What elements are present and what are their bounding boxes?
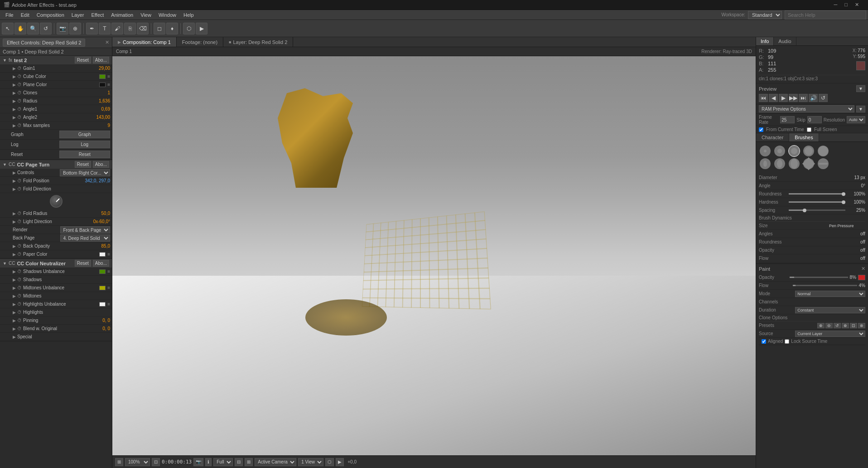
search-input[interactable] — [785, 10, 866, 20]
cube-color-swatch[interactable] — [99, 74, 106, 79]
direction-dial[interactable] — [50, 195, 63, 208]
paper-color-swatch[interactable] — [99, 252, 106, 257]
menu-effect[interactable]: Effect — [87, 11, 107, 19]
tool-text[interactable]: T — [99, 23, 111, 34]
brush-dot-10[interactable] — [818, 158, 829, 169]
character-tab[interactable]: Character — [756, 133, 789, 141]
workspace-select[interactable]: Standard — [748, 11, 782, 19]
tool-select[interactable]: ↖ — [2, 23, 14, 34]
menu-composition[interactable]: Composition — [33, 11, 68, 19]
vp-3d-btn[interactable]: ⬡ — [325, 458, 334, 466]
paint-duration-select[interactable]: Constant — [795, 307, 865, 313]
back-page-select[interactable]: 4. Deep Red Solid — [60, 234, 111, 242]
ram-preview-select[interactable]: RAM Preview Options — [759, 105, 854, 112]
brush-dot-6[interactable] — [760, 158, 771, 169]
paint-mode-select[interactable]: Normal — [795, 291, 865, 297]
aligned-checkbox[interactable] — [762, 339, 766, 344]
controls-select[interactable]: Bottom Right Cor... — [60, 169, 110, 176]
brush-dot-4[interactable] — [803, 146, 814, 156]
maximize-btn[interactable]: □ — [843, 2, 849, 8]
effect-test2-header[interactable]: ▼ fx test 2 Reset Abo... — [0, 56, 112, 64]
audio-btn[interactable]: 🔊 — [809, 94, 818, 102]
next-frame-btn[interactable]: ▶▶ — [789, 94, 798, 102]
menu-help[interactable]: Help — [180, 11, 198, 19]
preset-btn3[interactable]: ↺ — [834, 323, 841, 328]
tool-camera[interactable]: 📷 — [57, 23, 68, 34]
tool-brush[interactable]: 🖌 — [111, 23, 123, 34]
midtones-unbalance-swatch[interactable] — [99, 286, 106, 290]
skip-input[interactable] — [807, 116, 822, 123]
tool-rotation[interactable]: ↺ — [40, 23, 52, 34]
resolution-select[interactable]: Auto — [847, 116, 865, 123]
prev-frame-btn[interactable]: ◀ — [769, 94, 778, 102]
reset-btn[interactable]: Reset — [75, 57, 91, 63]
panel-close[interactable]: ✕ — [105, 39, 109, 45]
about-colorneut-btn[interactable]: Abo... — [93, 260, 109, 267]
info-tab[interactable]: Info — [756, 37, 774, 45]
view-layout-select[interactable]: 1 View — [298, 458, 323, 466]
vp-render-btn[interactable]: ▶ — [336, 458, 344, 466]
reset-pageturn-btn[interactable]: Reset — [75, 161, 91, 168]
ram-dropdown-btn[interactable]: ▼ — [856, 106, 865, 112]
frame-rate-input[interactable] — [780, 116, 795, 123]
roundness-slider[interactable] — [789, 193, 845, 195]
tool-render[interactable]: ▶ — [196, 23, 207, 34]
play-btn[interactable]: ▶ — [779, 94, 788, 102]
brush-dot-8[interactable] — [789, 158, 800, 169]
reset2-btn[interactable]: Reset — [59, 151, 111, 158]
tool-zoom[interactable]: 🔍 — [27, 23, 39, 34]
layer-tab[interactable]: ■ Layer: Deep Red Solid 2 — [223, 37, 293, 47]
minimize-btn[interactable]: ─ — [832, 2, 839, 8]
composition-tab[interactable]: ▶ Composition: Comp 1 — [112, 37, 177, 47]
loop-btn[interactable]: ↺ — [819, 94, 828, 102]
highlights-unbalance-swatch[interactable] — [99, 302, 106, 307]
lock-source-checkbox[interactable] — [785, 339, 789, 344]
spacing-slider[interactable] — [789, 210, 845, 211]
paint-close[interactable]: ✕ — [861, 266, 865, 272]
paint-source-select[interactable]: Current Layer — [795, 331, 865, 337]
brush-dot-7[interactable] — [774, 158, 785, 169]
preset-btn1[interactable]: ⊕ — [817, 323, 825, 328]
about-btn[interactable]: Abo... — [93, 57, 109, 63]
zoom-select[interactable]: 100% — [125, 458, 150, 466]
vp-grid-btn[interactable]: ⊞ — [115, 458, 123, 466]
quality-select[interactable]: Full — [213, 458, 233, 466]
brush-dot-3[interactable] — [789, 146, 800, 156]
tool-pen[interactable]: ✒ — [86, 23, 98, 34]
menu-animation[interactable]: Animation — [107, 11, 137, 19]
goto-first-btn[interactable]: ⏮ — [759, 94, 768, 102]
hardness-slider[interactable] — [789, 201, 845, 203]
paint-color-swatch[interactable] — [858, 275, 865, 280]
menu-edit[interactable]: Edit — [17, 11, 33, 19]
close-btn[interactable]: ✕ — [853, 2, 861, 8]
tool-3d[interactable]: ⬡ — [183, 23, 195, 34]
vp-camera-btn[interactable]: 📷 — [193, 458, 203, 466]
tool-orbit[interactable]: ⊕ — [69, 23, 81, 34]
reset-colorneut-btn[interactable]: Reset — [75, 260, 91, 267]
effect-pageturn-header[interactable]: ▼ CC CC Page Turn Reset Abo... — [0, 160, 112, 169]
about-pageturn-btn[interactable]: Abo... — [93, 161, 109, 168]
log-btn[interactable]: Log — [59, 141, 111, 148]
plane-color-swatch[interactable] — [99, 83, 106, 87]
vp-view-btn[interactable]: ⊞ — [245, 458, 253, 466]
vp-info-btn[interactable]: ℹ — [205, 458, 212, 466]
menu-view[interactable]: View — [137, 11, 155, 19]
paint-opacity-slider[interactable] — [790, 277, 848, 278]
brush-dot-2[interactable] — [774, 146, 785, 156]
vp-snapping-btn[interactable]: ⊡ — [152, 458, 160, 466]
audio-tab[interactable]: Audio — [774, 37, 796, 45]
brush-dot-5[interactable] — [818, 146, 829, 156]
effect-colorneut-header[interactable]: ▼ CC CC Color Neutralizer Reset Abo... — [0, 259, 112, 268]
effect-controls-tab[interactable]: Effect Controls: Deep Red Solid 2 — [3, 39, 85, 47]
menu-window[interactable]: Window — [155, 11, 180, 19]
shadows-unbalance-swatch[interactable] — [99, 269, 106, 274]
graph-btn[interactable]: Graph — [59, 131, 111, 138]
paint-flow-slider[interactable] — [793, 285, 857, 286]
full-screen-checkbox[interactable] — [807, 127, 811, 132]
tool-clone[interactable]: ⎘ — [124, 23, 136, 34]
preset-btn4[interactable]: ⊕ — [842, 323, 849, 328]
brushes-tab[interactable]: Brushes — [789, 133, 819, 141]
menu-layer[interactable]: Layer — [68, 11, 88, 19]
preset-btn2[interactable]: ⊖ — [825, 323, 833, 328]
tool-shape[interactable]: ◻ — [154, 23, 165, 34]
